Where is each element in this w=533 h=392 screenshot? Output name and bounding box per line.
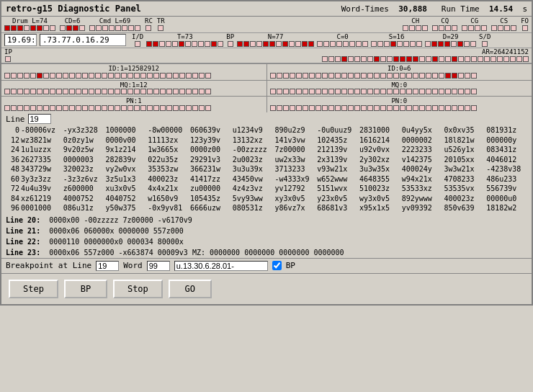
ch-group: CH — [403, 18, 428, 31]
ip-grp: IP — [4, 49, 12, 62]
cq-group: CQ — [432, 18, 457, 31]
id-label: I/D — [132, 34, 143, 41]
mq1-leds — [4, 89, 264, 94]
extra-line: Line 21: 0000x06 060000x 0000000 557z000 — [6, 226, 527, 236]
ar-leds — [322, 56, 529, 62]
id1-half: ID:1=12582912 — [1, 64, 267, 80]
line-label: Line — [6, 115, 25, 124]
table-row: 960001000086u31zy50w375-0x9yv816666uzw08… — [6, 203, 527, 213]
data-table: 0-80006vz-yx3z3281000000-8w00000060639vu… — [6, 125, 527, 213]
cs-label: CS — [500, 18, 508, 25]
run-time-label: Run Time — [442, 4, 480, 14]
word-times-label: Word-Times — [341, 4, 389, 14]
line-input[interactable] — [28, 114, 51, 124]
word-times-value: 30,888 — [398, 4, 427, 14]
pn0-half: PN:0 — [267, 97, 532, 112]
cmd-group: Cmd L=69 — [89, 18, 140, 31]
pn1-leds — [4, 105, 264, 111]
tr-label: TR — [157, 18, 165, 25]
id1-leds — [4, 73, 264, 79]
sd-group: S/D — [479, 34, 491, 47]
mq1-half: MQ:1=12 — [1, 81, 267, 97]
run-time-unit: s — [522, 4, 527, 14]
extra-line: Line 20: 0000x00 -00zzzzz 7z00000 -v6170… — [6, 215, 527, 226]
cg-label: CG — [470, 18, 478, 25]
ch-leds — [403, 25, 428, 31]
mq0-leds — [270, 89, 529, 94]
cd-group: CD=6 — [60, 18, 85, 31]
bp-line-input[interactable] — [96, 261, 119, 271]
cd-label: CD=6 — [65, 18, 81, 25]
bp-text-input[interactable] — [174, 261, 268, 271]
mq0-label: MQ:0 — [270, 82, 529, 89]
table-row: 603y3z3zz-3z3z6vz3z5u1x3400023z41417zz43… — [6, 174, 527, 184]
drum-leds — [4, 25, 55, 31]
id-group: I/D — [132, 34, 143, 47]
bp-checkbox[interactable] — [272, 261, 282, 270]
ip-lbl: IP — [4, 49, 12, 56]
t-label: T=73 — [177, 34, 193, 41]
bp-word-label: Word — [123, 261, 143, 270]
tr-group: TR — [157, 18, 165, 31]
bp-label: BP — [226, 34, 234, 41]
go-button[interactable]: GO — [169, 280, 212, 298]
fo-leds — [522, 25, 528, 31]
rc-label: RC — [145, 18, 153, 25]
cg-group: CG — [462, 18, 487, 31]
table-row: 84xz6121940007524040752w1650v9105435z5vy… — [6, 194, 527, 204]
fo-label: FO — [521, 18, 529, 25]
s-group: S=16 — [371, 34, 422, 47]
fo-group: FO — [521, 18, 529, 31]
n-label: N=77 — [268, 34, 284, 41]
table-row: 724u4u39vz600000xu3x0v54x4x21xzu000004z4… — [6, 184, 527, 194]
mq0-half: MQ:0 — [267, 81, 532, 97]
bp-row-label: Breakpoint at Line — [6, 261, 91, 270]
table-row: 3626273350000003282839v022u35z29291v32u0… — [6, 155, 527, 165]
d-group: D=29 — [425, 34, 476, 47]
ip-value[interactable]: .73.77.0.16.29 — [40, 34, 126, 46]
cq-leds — [432, 25, 457, 31]
stop-button[interactable]: Stop — [113, 280, 163, 298]
bp-button[interactable]: BP — [64, 280, 107, 298]
extra-line: Line 23: 0000x06 557z000 -x663874 00009v… — [6, 247, 527, 258]
rc-group: RC — [145, 18, 153, 31]
bp-grp: BP — [226, 34, 234, 47]
run-time-value: 14.54 — [489, 4, 513, 14]
cmd-label: Cmd L=69 — [99, 18, 130, 25]
s-leds — [371, 41, 422, 47]
step-button[interactable]: Step — [9, 280, 58, 298]
id0-label: ID:0=6 — [270, 66, 529, 73]
c-leds — [317, 41, 368, 47]
rc-leds — [145, 25, 151, 31]
t-leds — [146, 41, 223, 47]
table-row: 241u1uzzx9v20z5w9x1z2141w3665x0000z00-00… — [6, 145, 527, 155]
ip-input-left[interactable]: 19.69: — [4, 34, 37, 46]
ar-label: AR=264241152 — [482, 49, 529, 56]
panel-title: retro-g15 Diagnostic Panel — [6, 4, 141, 14]
cg-leds — [462, 25, 487, 31]
id0-leds — [270, 73, 529, 79]
bp-word-input[interactable] — [147, 261, 170, 271]
pn1-half: PN:1 — [1, 97, 267, 112]
c-group: C=0 — [317, 34, 368, 47]
cmd-leds — [89, 25, 140, 31]
n-leds — [237, 41, 314, 47]
id1-label: ID:1=12582912 — [4, 66, 264, 73]
d-leds — [425, 41, 476, 47]
ar-group: AR=264241152 — [322, 49, 529, 62]
d-label: D=29 — [443, 34, 459, 41]
bp-checkbox-label: BP — [286, 261, 295, 270]
pn0-label: PN:0 — [270, 98, 529, 105]
s-label: S=16 — [389, 34, 405, 41]
drum-label: Drum L=74 — [12, 18, 48, 25]
extra-lines: Line 20: 0000x00 -00zzzzz 7z00000 -v6170… — [1, 215, 532, 258]
id-leds — [135, 41, 140, 47]
table-row: 0-80006vz-yx3z3281000000-8w00000060639vu… — [6, 125, 527, 135]
ip-box-leds — [5, 56, 11, 62]
t-group: T=73 — [146, 34, 223, 47]
stats: Word-Times 30,888 Run Time 14.54 s — [341, 4, 527, 14]
drum-group: Drum L=74 — [4, 18, 55, 31]
bp-leds — [228, 41, 233, 47]
tr-leds — [158, 25, 164, 31]
cq-label: CQ — [441, 18, 449, 25]
